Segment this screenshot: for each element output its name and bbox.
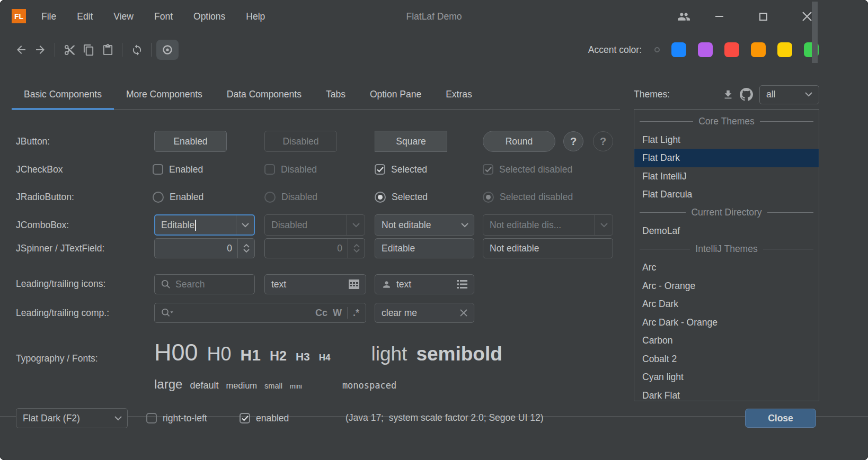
lookandfeel-combobox[interactable]: Flat Dark (F2) [16, 408, 128, 428]
cut-button[interactable] [60, 40, 79, 59]
menu-view[interactable]: View [113, 11, 134, 22]
help-button[interactable]: ? [563, 131, 583, 151]
text-field-user-icon[interactable]: text [375, 274, 474, 294]
github-icon [740, 88, 753, 101]
clear-icon[interactable] [460, 309, 467, 317]
combobox-arrow-button[interactable] [109, 409, 127, 428]
menu-font[interactable]: Font [154, 11, 173, 22]
tab-option-pane[interactable]: Option Pane [358, 79, 433, 109]
accent-swatch[interactable] [671, 42, 686, 57]
combobox-arrow-button[interactable] [236, 215, 254, 234]
radio-label: Enabled [170, 192, 203, 203]
accent-swatch[interactable] [777, 42, 792, 57]
text-caret [195, 220, 196, 231]
refresh-button[interactable] [127, 40, 146, 59]
accent-swatch[interactable] [698, 42, 713, 57]
radio-selected[interactable]: Selected [375, 188, 428, 206]
radio-enabled[interactable]: Enabled [153, 188, 203, 206]
show-hover-toggle-button[interactable] [156, 40, 179, 60]
rtl-checkbox[interactable]: right-to-left [146, 409, 207, 427]
field-separator [347, 307, 348, 319]
enabled-checkbox[interactable]: enabled [240, 409, 289, 427]
checkbox-label: Selected disabled [499, 164, 572, 175]
themes-filter-combobox[interactable]: all [759, 85, 819, 104]
theme-list-item[interactable]: Cyan light [634, 368, 819, 386]
theme-list-item[interactable]: Carbon [634, 331, 819, 350]
minimize-button[interactable] [707, 0, 731, 33]
chevron-up-icon [243, 244, 250, 248]
list-icon[interactable] [457, 280, 467, 288]
textfield-editable[interactable]: Editable [375, 238, 474, 258]
search-field[interactable]: Search [154, 274, 255, 294]
theme-list-item[interactable]: Flat IntelliJ [634, 167, 819, 186]
app-window: FL File Edit View Font Options Help Flat… [0, 0, 868, 460]
search-with-options-field[interactable]: Cc W .* [154, 303, 366, 323]
theme-list-item[interactable]: Dark Flat [634, 386, 819, 402]
radio-label: Selected disabled [500, 192, 573, 203]
toolbar-separator [122, 43, 122, 57]
table-icon[interactable] [349, 279, 359, 289]
tab-basic-components[interactable]: Basic Components [12, 79, 114, 109]
close-icon [802, 12, 812, 21]
regex-button[interactable]: .* [353, 308, 359, 319]
search-menu-icon[interactable] [161, 308, 174, 318]
maximize-button[interactable] [751, 0, 775, 33]
spinner-1[interactable]: 0 [154, 238, 255, 258]
theme-list-item[interactable]: Flat Dark [634, 149, 819, 167]
textfield-value: text [271, 279, 286, 290]
copy-button[interactable] [79, 40, 98, 59]
close-button[interactable]: Close [745, 409, 816, 428]
round-button[interactable]: Round [483, 131, 555, 152]
theme-list-item[interactable]: Flat Light [634, 131, 819, 149]
checkbox-selected[interactable]: Selected [375, 160, 427, 178]
theme-list-item[interactable]: Flat Darcula [634, 185, 819, 204]
combobox-value: Not editable dis... [490, 220, 561, 231]
spinner-arrows [348, 239, 365, 258]
theme-list-item[interactable]: Arc [634, 258, 819, 277]
heading-h00: H00 [154, 339, 198, 366]
menu-edit[interactable]: Edit [77, 11, 93, 22]
tab-data-components[interactable]: Data Components [215, 79, 314, 109]
combobox-not-editable[interactable]: Not editable [375, 214, 474, 236]
accent-color-group: Accent color: [588, 33, 819, 67]
chevron-down-icon [353, 249, 360, 252]
checkbox-label: Selected [391, 164, 427, 175]
accent-swatch[interactable] [751, 42, 766, 57]
tab-tabs[interactable]: Tabs [314, 79, 358, 109]
menu-file[interactable]: File [41, 11, 56, 22]
square-button[interactable]: Square [375, 131, 447, 152]
radio-selected-disabled: Selected disabled [483, 188, 573, 206]
theme-list-item[interactable]: DemoLaf [634, 222, 819, 240]
clear-me-field[interactable]: clear me [375, 303, 474, 323]
github-link-button[interactable] [737, 86, 755, 104]
combobox-disabled: Disabled [264, 214, 365, 236]
text-field-table-icon[interactable]: text [264, 274, 366, 294]
tab-extras[interactable]: Extras [433, 79, 484, 109]
theme-list-item[interactable]: Cobalt 2 [634, 350, 819, 368]
font-size-mini-sample: mini [290, 383, 302, 390]
spinner-2[interactable]: 0 [264, 238, 365, 258]
checkbox-enabled[interactable]: Enabled [153, 160, 203, 178]
combobox-arrow-button[interactable] [456, 215, 474, 235]
scrollbar-thumb[interactable] [812, 2, 818, 63]
tab-more-components[interactable]: More Components [114, 79, 215, 109]
menu-options[interactable]: Options [193, 11, 225, 22]
match-case-button[interactable]: Cc [315, 308, 327, 319]
download-themes-button[interactable] [719, 86, 737, 104]
radio-selected-icon [483, 192, 494, 203]
checkbox-icon [146, 413, 157, 423]
whole-word-button[interactable]: W [333, 308, 342, 319]
forward-button[interactable] [31, 40, 50, 59]
chevron-down-icon [114, 416, 122, 421]
theme-list-item[interactable]: Arc - Orange [634, 277, 819, 295]
users-icon[interactable] [671, 0, 696, 33]
paste-button[interactable] [98, 40, 117, 59]
spinner-arrows[interactable] [237, 239, 254, 258]
menu-help[interactable]: Help [246, 11, 265, 22]
theme-list-item[interactable]: Arc Dark - Orange [634, 313, 819, 332]
accent-swatch[interactable] [724, 42, 739, 57]
theme-list-item[interactable]: Arc Dark [634, 295, 819, 313]
enabled-button[interactable]: Enabled [154, 131, 227, 152]
combobox-editable[interactable]: Editable [154, 214, 255, 236]
back-button[interactable] [12, 40, 31, 59]
